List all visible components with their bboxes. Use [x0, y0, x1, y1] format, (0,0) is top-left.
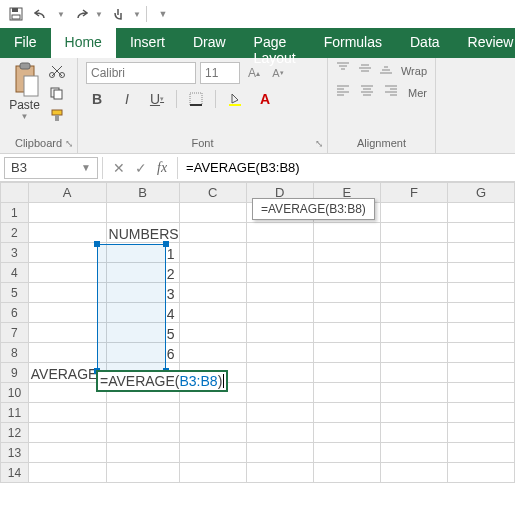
- tab-home[interactable]: Home: [51, 28, 116, 58]
- row-header[interactable]: 11: [1, 403, 29, 423]
- grid[interactable]: A B C D E F G 1 2NUMBERS 31 42 53 64 75 …: [0, 182, 515, 483]
- svg-rect-9: [54, 90, 62, 99]
- svg-rect-1: [12, 8, 18, 12]
- svg-rect-2: [12, 15, 20, 19]
- align-top-icon[interactable]: [336, 62, 352, 80]
- increase-font-icon[interactable]: A▴: [244, 63, 264, 83]
- col-header-G[interactable]: G: [447, 183, 514, 203]
- cancel-icon[interactable]: ✕: [113, 160, 125, 176]
- row-header[interactable]: 5: [1, 283, 29, 303]
- cell[interactable]: [106, 203, 179, 223]
- formula-ref: B3:B8: [180, 373, 218, 389]
- row-header[interactable]: 10: [1, 383, 29, 403]
- format-painter-icon[interactable]: [45, 106, 69, 124]
- qat-separator: [146, 6, 147, 22]
- group-alignment: Wrap Mer Alignment: [328, 58, 436, 153]
- svg-point-6: [50, 73, 55, 78]
- undo-icon[interactable]: [30, 2, 54, 26]
- fx-icon[interactable]: fx: [157, 160, 167, 176]
- editing-cell[interactable]: =AVERAGE(B3:B8): [96, 370, 228, 392]
- row-header[interactable]: 7: [1, 323, 29, 343]
- border-icon[interactable]: [185, 88, 207, 110]
- font-color-icon[interactable]: A: [254, 88, 276, 110]
- save-icon[interactable]: [4, 2, 28, 26]
- merge-button[interactable]: Mer: [408, 87, 427, 99]
- col-header-C[interactable]: C: [179, 183, 246, 203]
- redo-icon[interactable]: [68, 2, 92, 26]
- row-header[interactable]: 13: [1, 443, 29, 463]
- fill-color-icon[interactable]: [224, 88, 246, 110]
- tab-file[interactable]: File: [0, 28, 51, 58]
- align-bottom-icon[interactable]: [379, 62, 395, 80]
- paste-button[interactable]: Paste ▼: [8, 62, 41, 124]
- enter-icon[interactable]: ✓: [135, 160, 147, 176]
- formula-bar-row: B3 ▼ ✕ ✓ fx: [0, 154, 515, 182]
- customize-qat-icon[interactable]: ▼: [151, 2, 175, 26]
- font-name-input[interactable]: [86, 62, 196, 84]
- row-header[interactable]: 1: [1, 203, 29, 223]
- cell-B7[interactable]: 5: [106, 323, 179, 343]
- row-header[interactable]: 2: [1, 223, 29, 243]
- ribbon: Paste ▼ Clipboard⤡ A▴ A▾ B I U▾: [0, 58, 515, 154]
- svg-rect-11: [55, 115, 59, 121]
- align-middle-icon[interactable]: [358, 62, 374, 80]
- cell[interactable]: [28, 223, 106, 243]
- bold-button[interactable]: B: [86, 88, 108, 110]
- tab-data[interactable]: Data: [396, 28, 454, 58]
- formula-input[interactable]: [178, 157, 515, 179]
- tab-insert[interactable]: Insert: [116, 28, 179, 58]
- col-header-A[interactable]: A: [28, 183, 106, 203]
- quick-access-toolbar: ▼ ▼ ▼ ▼: [0, 0, 515, 28]
- row-header[interactable]: 12: [1, 423, 29, 443]
- align-center-icon[interactable]: [360, 84, 378, 102]
- svg-rect-5: [24, 76, 38, 96]
- cut-icon[interactable]: [45, 62, 69, 80]
- svg-rect-12: [190, 93, 202, 105]
- worksheet[interactable]: A B C D E F G 1 2NUMBERS 31 42 53 64 75 …: [0, 182, 515, 483]
- name-box[interactable]: B3 ▼: [4, 157, 98, 179]
- font-size-input[interactable]: [200, 62, 240, 84]
- row-header[interactable]: 6: [1, 303, 29, 323]
- row-header[interactable]: 14: [1, 463, 29, 483]
- row-header[interactable]: 8: [1, 343, 29, 363]
- select-all-corner[interactable]: [1, 183, 29, 203]
- cell-A9[interactable]: AVERAGE=: [28, 363, 106, 383]
- svg-rect-14: [229, 104, 241, 106]
- col-header-F[interactable]: F: [380, 183, 447, 203]
- svg-rect-4: [20, 63, 30, 69]
- row-header[interactable]: 3: [1, 243, 29, 263]
- align-right-icon[interactable]: [384, 84, 402, 102]
- cell-B5[interactable]: 3: [106, 283, 179, 303]
- wrap-text-button[interactable]: Wrap: [401, 65, 427, 77]
- cell-B4[interactable]: 2: [106, 263, 179, 283]
- tab-review[interactable]: Review: [454, 28, 515, 58]
- clipboard-label: Clipboard⤡: [8, 135, 69, 151]
- copy-icon[interactable]: [45, 84, 69, 102]
- clipboard-launcher-icon[interactable]: ⤡: [65, 138, 73, 149]
- row-header[interactable]: 4: [1, 263, 29, 283]
- row-header[interactable]: 9: [1, 363, 29, 383]
- italic-button[interactable]: I: [116, 88, 138, 110]
- font-launcher-icon[interactable]: ⤡: [315, 138, 323, 149]
- redo-dropdown-icon[interactable]: ▼: [94, 2, 104, 26]
- col-header-B[interactable]: B: [106, 183, 179, 203]
- cell-B6[interactable]: 4: [106, 303, 179, 323]
- font-label: Font⤡: [86, 135, 319, 151]
- cell[interactable]: [28, 203, 106, 223]
- cell-B2[interactable]: NUMBERS: [106, 223, 179, 243]
- ribbon-tabs: File Home Insert Draw Page Layout Formul…: [0, 28, 515, 58]
- cursor: [223, 374, 224, 388]
- touch-mode-icon[interactable]: [106, 2, 130, 26]
- underline-button[interactable]: U▾: [146, 88, 168, 110]
- tab-page-layout[interactable]: Page Layout: [240, 28, 310, 58]
- decrease-font-icon[interactable]: A▾: [268, 63, 288, 83]
- touch-dropdown-icon[interactable]: ▼: [132, 2, 142, 26]
- undo-dropdown-icon[interactable]: ▼: [56, 2, 66, 26]
- align-left-icon[interactable]: [336, 84, 354, 102]
- tab-draw[interactable]: Draw: [179, 28, 240, 58]
- tab-formulas[interactable]: Formulas: [310, 28, 396, 58]
- alignment-label: Alignment: [336, 135, 427, 151]
- cell-B8[interactable]: 6: [106, 343, 179, 363]
- name-box-dropdown-icon[interactable]: ▼: [81, 162, 91, 173]
- cell-B3[interactable]: 1: [106, 243, 179, 263]
